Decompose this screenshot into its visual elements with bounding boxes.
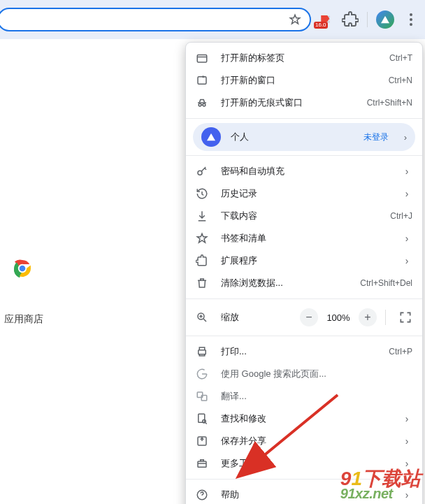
svg-rect-14 (199, 350, 206, 354)
menu-item-new-window[interactable]: 打开新的窗口 Ctrl+N (186, 69, 422, 92)
menu-separator (186, 298, 422, 299)
chevron-right-icon: › (401, 188, 412, 199)
zoom-out-button[interactable]: − (300, 308, 318, 326)
menu-item-find-edit[interactable]: 查找和修改 › (186, 408, 422, 430)
menu-accel: Ctrl+Shift+N (367, 98, 412, 108)
webstore-label[interactable]: 应用商店 (4, 313, 43, 326)
menu-label: 翻译... (221, 390, 412, 403)
extension-badge-number: 16.0 (314, 22, 328, 29)
menu-item-incognito[interactable]: 打开新的无痕式窗口 Ctrl+Shift+N (186, 92, 422, 114)
menu-label: 更多工具 (221, 457, 389, 470)
puzzle-icon (196, 254, 208, 267)
app-menu: 打开新的标签页 Ctrl+T 打开新的窗口 Ctrl+N 打开新的无痕式窗口 C… (185, 42, 423, 504)
share-icon (196, 435, 208, 447)
menu-item-profile[interactable]: 个人 未登录 › (193, 123, 415, 151)
profile-label: 个人 (231, 131, 354, 143)
svg-point-9 (199, 103, 201, 106)
menu-label: 扩展程序 (221, 254, 389, 267)
bookmark-star-icon[interactable] (289, 13, 301, 26)
menu-accel: Ctrl+T (389, 53, 412, 63)
zoom-icon (196, 311, 208, 324)
chrome-logo-icon (10, 256, 35, 281)
svg-point-1 (410, 13, 412, 16)
menu-item-save-share[interactable]: 保存并分享 › (186, 430, 422, 452)
svg-rect-7 (197, 55, 207, 63)
menu-item-passwords[interactable]: 密码和自动填充 › (186, 160, 422, 182)
star-icon (196, 232, 208, 245)
key-icon (196, 165, 208, 178)
svg-marker-12 (197, 233, 207, 243)
menu-label: 缩放 (221, 311, 287, 324)
download-icon (196, 210, 208, 222)
extension-badge[interactable]: 16.0 (318, 12, 333, 27)
zoom-in-button[interactable]: + (359, 308, 377, 326)
svg-point-10 (203, 103, 206, 106)
chevron-right-icon: › (401, 255, 412, 266)
chevron-right-icon: › (404, 132, 407, 143)
menu-label: 下载内容 (221, 210, 377, 222)
menu-item-print[interactable]: 打印... Ctrl+P (186, 340, 422, 363)
incognito-icon (196, 96, 208, 109)
menu-label: 打开新的窗口 (221, 74, 376, 87)
menu-label: 打印... (221, 345, 376, 358)
history-icon (196, 187, 208, 200)
svg-rect-17 (199, 414, 205, 422)
menu-separator (186, 479, 422, 480)
menu-label: 帮助 (221, 489, 389, 501)
menu-item-google-search[interactable]: 使用 Google 搜索此页面... (186, 363, 422, 385)
search-page-icon (196, 412, 208, 425)
profile-status: 未登录 (363, 131, 389, 143)
trash-icon (196, 277, 208, 289)
menu-item-zoom: 缩放 − 100% + (186, 303, 422, 331)
extensions-icon[interactable] (342, 11, 359, 28)
menu-accel: Ctrl+P (389, 347, 412, 357)
divider (385, 310, 386, 325)
menu-label: 清除浏览数据... (221, 277, 347, 289)
address-bar[interactable] (0, 8, 311, 31)
svg-point-3 (410, 23, 412, 26)
chevron-right-icon: › (401, 233, 412, 244)
profile-avatar-button[interactable] (376, 10, 394, 29)
menu-accel: Ctrl+Shift+Del (360, 278, 412, 288)
fullscreen-icon[interactable] (398, 310, 412, 324)
toolbar-icons: 16.0 (318, 10, 419, 29)
toolbox-icon (196, 457, 208, 470)
new-window-icon (196, 74, 208, 87)
print-icon (196, 345, 208, 358)
menu-separator (186, 336, 422, 336)
menu-item-clear-data[interactable]: 清除浏览数据... Ctrl+Shift+Del (186, 272, 422, 294)
help-icon (196, 489, 208, 501)
menu-label: 历史记录 (221, 187, 389, 200)
chevron-right-icon: › (401, 166, 412, 177)
menu-item-translate[interactable]: 翻译... (186, 385, 422, 408)
menu-item-help[interactable]: 帮助 › (186, 484, 422, 504)
google-icon (196, 368, 208, 380)
new-tab-icon (196, 52, 208, 64)
menu-item-downloads[interactable]: 下载内容 Ctrl+J (186, 205, 422, 227)
menu-separator (186, 155, 422, 156)
menu-item-new-tab[interactable]: 打开新的标签页 Ctrl+T (186, 47, 422, 69)
menu-item-bookmarks[interactable]: 书签和清单 › (186, 227, 422, 250)
chevron-right-icon: › (401, 435, 412, 447)
menu-label: 打开新的无痕式窗口 (221, 96, 354, 109)
translate-icon (196, 390, 208, 403)
menu-accel: Ctrl+J (390, 211, 412, 221)
chevron-right-icon: › (401, 413, 412, 424)
browser-toolbar: 16.0 (0, 0, 425, 39)
chevron-right-icon: › (401, 458, 412, 469)
menu-item-more-tools[interactable]: 更多工具 › (186, 452, 422, 475)
menu-item-extensions[interactable]: 扩展程序 › (186, 250, 422, 272)
menu-label: 保存并分享 (221, 435, 389, 447)
svg-point-11 (198, 171, 202, 175)
svg-rect-20 (198, 461, 206, 467)
zoom-percentage: 100% (324, 312, 353, 323)
svg-point-2 (410, 18, 412, 21)
menu-accel: Ctrl+N (389, 75, 412, 85)
chevron-right-icon: › (401, 489, 412, 501)
menu-label: 密码和自动填充 (221, 165, 389, 178)
menu-label: 打开新的标签页 (221, 52, 377, 64)
app-menu-button[interactable] (403, 11, 419, 28)
menu-label: 查找和修改 (221, 412, 389, 425)
profile-avatar-icon (201, 127, 221, 147)
menu-item-history[interactable]: 历史记录 › (186, 182, 422, 205)
